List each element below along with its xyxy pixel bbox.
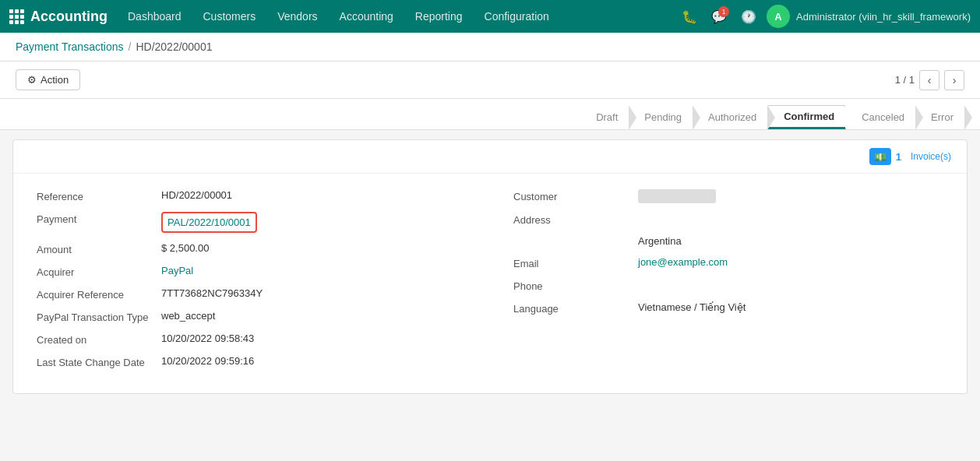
- label-address-empty: [513, 235, 638, 237]
- pager: 1 / 1 ‹ ›: [895, 70, 964, 90]
- toolbar-left: ⚙ Action: [16, 69, 80, 90]
- value-paypal-transaction-type: web_accept: [161, 310, 215, 322]
- chat-icon-btn[interactable]: 💬 1: [707, 5, 731, 28]
- status-pending[interactable]: Pending: [629, 107, 693, 128]
- status-canceled[interactable]: Canceled: [846, 107, 915, 128]
- value-acquirer-reference: 7TT73682NC796334Y: [161, 287, 263, 299]
- value-email[interactable]: jone@example.com: [638, 256, 728, 268]
- nav-configuration[interactable]: Configuration: [475, 7, 559, 26]
- invoice-icon: 💵: [869, 148, 891, 165]
- payment-highlighted[interactable]: PAL/2022/10/0001: [161, 212, 257, 233]
- field-paypal-transaction-type: PayPal Transaction Type web_accept: [37, 310, 467, 323]
- value-customer: [638, 189, 716, 203]
- label-reference: Reference: [37, 189, 161, 202]
- field-amount: Amount $ 2,500.00: [37, 242, 467, 255]
- app-brand[interactable]: Accounting: [9, 9, 108, 25]
- nav-accounting[interactable]: Accounting: [330, 7, 403, 26]
- value-created-on: 10/20/2022 09:58:43: [161, 333, 254, 344]
- clock-icon-btn[interactable]: 🕐: [737, 5, 760, 28]
- invoice-count: 1: [896, 151, 901, 163]
- breadcrumb-parent[interactable]: Payment Transactions: [16, 40, 124, 53]
- invoice-label: Invoice(s): [911, 151, 951, 162]
- value-language: Vietnamese / Tiếng Việt: [638, 301, 746, 313]
- status-steps: Draft Pending Authorized Confirmed Cance…: [580, 105, 964, 129]
- status-authorized[interactable]: Authorized: [693, 107, 767, 128]
- field-acquirer-reference: Acquirer Reference 7TT73682NC796334Y: [37, 287, 467, 301]
- field-address-country: Argentina: [513, 235, 943, 247]
- field-email: Email jone@example.com: [513, 256, 943, 269]
- main-content: 💵 1 Invoice(s) Reference HD/2022/00001 P…: [12, 139, 968, 394]
- field-phone: Phone: [513, 279, 943, 292]
- label-paypal-transaction-type: PayPal Transaction Type: [37, 310, 161, 323]
- status-draft[interactable]: Draft: [580, 107, 629, 128]
- field-reference: Reference HD/2022/00001: [37, 189, 467, 202]
- pager-prev-button[interactable]: ‹: [919, 70, 939, 90]
- grid-icon: [9, 9, 24, 24]
- field-acquirer: Acquirer PayPal: [37, 265, 467, 278]
- field-payment: Payment PAL/2022/10/0001: [37, 212, 467, 233]
- label-customer: Customer: [513, 189, 638, 202]
- form-right: Customer Address Argentina Email jone@ex…: [513, 189, 943, 378]
- pager-next-button[interactable]: ›: [944, 70, 964, 90]
- value-reference: HD/2022/00001: [161, 189, 232, 201]
- value-address-country: Argentina: [638, 235, 682, 247]
- nav-customers[interactable]: Customers: [194, 7, 266, 26]
- label-last-state-change-date: Last State Change Date: [37, 355, 161, 368]
- label-amount: Amount: [37, 242, 161, 255]
- breadcrumb-current: HD/2022/00001: [136, 40, 212, 53]
- label-address: Address: [513, 213, 638, 226]
- form-body: Reference HD/2022/00001 Payment PAL/2022…: [13, 174, 967, 393]
- value-last-state-change-date: 10/20/2022 09:59:16: [161, 355, 254, 367]
- status-bar: Draft Pending Authorized Confirmed Cance…: [0, 99, 980, 130]
- label-created-on: Created on: [37, 333, 161, 346]
- label-acquirer-reference: Acquirer Reference: [37, 287, 161, 301]
- pager-display: 1 / 1: [895, 74, 915, 86]
- label-acquirer: Acquirer: [37, 265, 161, 278]
- label-email: Email: [513, 256, 638, 269]
- nav-vendors[interactable]: Vendors: [268, 7, 326, 26]
- value-acquirer[interactable]: PayPal: [161, 265, 193, 276]
- field-customer: Customer: [513, 189, 943, 203]
- admin-label[interactable]: Administrator (viin_hr_skill_framework): [796, 11, 971, 23]
- gear-icon: ⚙: [27, 74, 37, 86]
- field-language: Language Vietnamese / Tiếng Việt: [513, 301, 943, 315]
- field-last-state-change-date: Last State Change Date 10/20/2022 09:59:…: [37, 355, 467, 368]
- invoice-badge[interactable]: 💵 1 Invoice(s): [869, 148, 951, 165]
- topnav-right: 🐛 💬 1 🕐 A Administrator (viin_hr_skill_f…: [678, 5, 971, 28]
- label-payment: Payment: [37, 212, 161, 225]
- field-created-on: Created on 10/20/2022 09:58:43: [37, 333, 467, 346]
- breadcrumb: Payment Transactions / HD/2022/00001: [0, 33, 980, 62]
- status-confirmed[interactable]: Confirmed: [767, 105, 846, 129]
- breadcrumb-separator: /: [129, 40, 132, 53]
- field-address: Address: [513, 213, 943, 226]
- brand-label: Accounting: [30, 9, 108, 25]
- action-label: Action: [41, 74, 69, 86]
- value-payment[interactable]: PAL/2022/10/0001: [167, 216, 251, 228]
- action-button[interactable]: ⚙ Action: [16, 69, 80, 90]
- value-amount: $ 2,500.00: [161, 242, 209, 254]
- top-navigation: Accounting Dashboard Customers Vendors A…: [0, 0, 980, 33]
- label-phone: Phone: [513, 279, 638, 292]
- chat-badge: 1: [718, 6, 729, 17]
- label-language: Language: [513, 301, 638, 315]
- nav-dashboard[interactable]: Dashboard: [118, 7, 191, 26]
- avatar[interactable]: A: [767, 5, 790, 28]
- invoice-bar: 💵 1 Invoice(s): [13, 140, 967, 174]
- form-left: Reference HD/2022/00001 Payment PAL/2022…: [37, 189, 467, 378]
- bug-icon-btn[interactable]: 🐛: [678, 5, 701, 28]
- toolbar: ⚙ Action 1 / 1 ‹ ›: [0, 62, 980, 99]
- nav-reporting[interactable]: Reporting: [406, 7, 472, 26]
